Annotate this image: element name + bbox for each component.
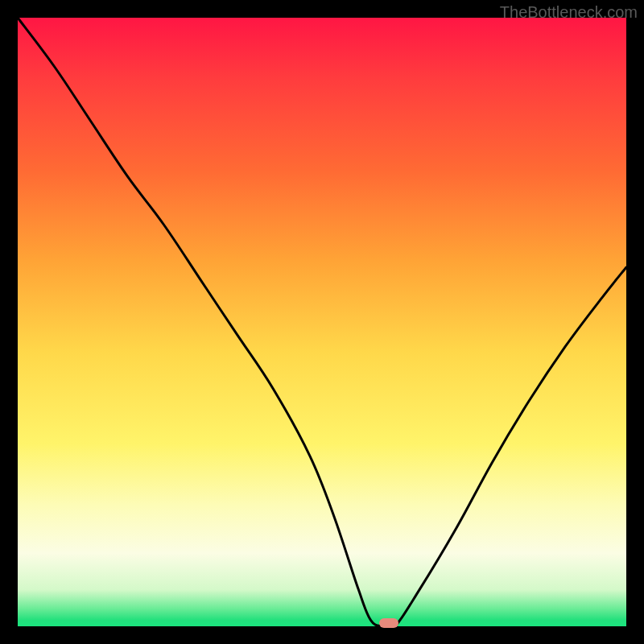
- watermark-text: TheBottleneck.com: [500, 3, 638, 22]
- bottleneck-curve: [18, 18, 626, 626]
- chart-frame: TheBottleneck.com: [0, 0, 644, 644]
- plot-area: [18, 18, 626, 626]
- minimum-marker: [379, 618, 398, 628]
